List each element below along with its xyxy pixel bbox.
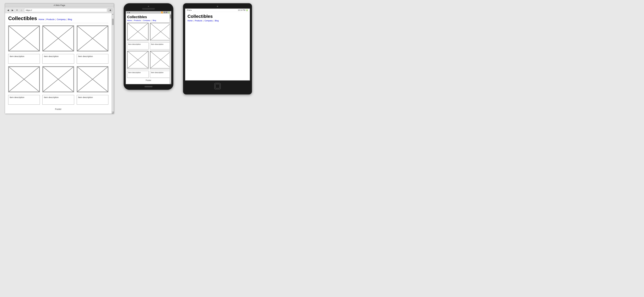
phone-signal-icon: ▲▲ [127,12,130,13]
item-desc-2: Item description [42,54,74,64]
product-card-6 [77,66,108,92]
product-card-3 [77,25,108,52]
nav-home[interactable]: Home [39,18,44,21]
svg-line-20 [113,113,114,113]
back-button[interactable]: ◀ [6,8,10,12]
site-title: Collectibles [8,16,37,21]
browser-mockup: A Web Page ◀ ▶ ✕ ⌂ ⊕ Collectibles Home |… [5,3,114,114]
tablet-nav-products[interactable]: Products [195,20,202,22]
home-button[interactable]: ⌂ [20,8,23,12]
site-header: Collectibles Home | Products | Company |… [8,16,108,23]
phone-status-bar: ▲▲ 📶 15:30 🔋 [126,11,171,14]
phone-nav-blog[interactable]: Blog [152,20,156,21]
tablet-status-left: iPad ▸ [187,9,192,11]
image-placeholder-5 [42,66,74,92]
phone-img-4 [150,51,171,69]
item-desc-5: Item description [42,95,74,105]
product-card-4 [8,66,40,92]
image-placeholder-3 [77,25,108,52]
tablet-nav-sep-3: | [214,20,214,22]
phone-img-1 [127,23,149,41]
phone-desc-1: Item description [127,43,149,50]
nav-products[interactable]: Products [46,18,54,21]
tablet-nav: Home | Products | Company | Blog [188,20,248,22]
tablet-home-inner [215,84,220,88]
product-card-1 [8,25,40,52]
tablet-screen: iPad ▸ 10:14 PM 🔋 Collectibles Home | Pr… [185,8,250,81]
phone-footer: Footer [127,78,170,83]
phone-img-3 [127,51,149,69]
item-desc-1: Item description [8,54,40,64]
nav-company[interactable]: Company [57,18,66,21]
tablet-nav-home[interactable]: Home [188,20,192,22]
webpage: Collectibles Home | Products | Company |… [5,13,112,114]
browser-scrollbar[interactable]: ▲ [112,13,114,114]
image-placeholder-1 [8,25,40,52]
phone-desc-4: Item description [150,71,171,78]
tablet-site-title: Collectibles [188,14,213,19]
image-placeholder-6 [77,66,108,92]
product-card-5 [42,66,74,92]
browser-title: A Web Page [54,4,65,7]
phone-outer: ▲▲ 📶 15:30 🔋 Collectibles Home | Product… [124,3,173,90]
scrollbar-corner [112,111,114,114]
tablet-mockup: iPad ▸ 10:14 PM 🔋 Collectibles Home | Pr… [183,3,252,95]
tablet-nav-blog[interactable]: Blog [215,20,219,22]
forward-button[interactable]: ▶ [11,8,14,12]
phone-home-button[interactable] [144,86,152,87]
phone-screen: ▲▲ 📶 15:30 🔋 Collectibles Home | Product… [126,11,172,84]
phone-mockup: ▲▲ 📶 15:30 🔋 Collectibles Home | Product… [124,3,173,90]
tablet-status-right: 10:14 PM 🔋 [238,9,248,11]
search-button[interactable]: ⊕ [108,8,112,12]
image-placeholder-2 [42,25,74,52]
phone-product-grid: Item description Item description [127,23,170,77]
phone-content: Collectibles Home | Products | Company |… [126,14,171,84]
scroll-up-arrow[interactable]: ▲ [112,13,114,16]
nav-sep-3: | [66,18,67,21]
tablet-nav-company[interactable]: Company [204,20,213,22]
phone-desc-3: Item description [127,71,149,78]
tablet-nav-sep-1: | [194,20,194,22]
phone-nav-company[interactable]: Company [143,20,150,21]
phone-site-title: Collectibles [127,15,147,19]
tablet-nav-sep-2: | [203,20,204,22]
scrollbar-thumb[interactable] [112,19,114,25]
browser-content: Collectibles Home | Products | Company |… [5,13,114,114]
tablet-home-button[interactable] [214,83,221,89]
phone-nav-products[interactable]: Products [134,20,141,21]
browser-toolbar: ◀ ▶ ✕ ⌂ ⊕ [5,7,114,13]
product-grid: Item description Item description Item d… [8,25,108,105]
phone-status-right: 📶 15:30 🔋 [161,12,170,13]
phone-desc-2: Item description [150,43,171,50]
phone-nav: Home | Products | Company | Blog [127,20,170,21]
phone-nav-sep-1: | [132,20,133,21]
tablet-camera [217,6,218,7]
item-desc-3: Item description [77,54,108,64]
phone-nav-sep-3: | [151,20,152,21]
nav-links: Home | Products | Company | Blog [39,18,72,21]
browser-titlebar: A Web Page [5,3,114,7]
phone-scrollbar-thumb[interactable] [170,15,171,19]
phone-nav-home[interactable]: Home [127,20,132,21]
phone-img-2 [150,23,171,41]
product-card-2 [42,25,74,52]
item-desc-6: Item description [77,95,108,105]
tablet-outer: iPad ▸ 10:14 PM 🔋 Collectibles Home | Pr… [183,3,252,95]
address-bar[interactable] [24,8,107,12]
tablet-content: Collectibles Home | Products | Company |… [185,12,250,24]
phone-camera [148,6,149,7]
stop-button[interactable]: ✕ [15,8,19,12]
item-desc-4: Item description [8,95,40,105]
phone-speaker [142,8,155,10]
nav-sep-1: | [45,18,46,21]
nav-sep-2: | [56,18,56,21]
phone-scrollbar[interactable]: ▼ [170,11,171,84]
image-placeholder-4 [8,66,40,92]
footer: Footer [8,108,108,110]
phone-nav-sep-2: | [142,20,142,21]
scroll-down-arrow[interactable]: ▼ [170,83,171,84]
tablet-status-bar: iPad ▸ 10:14 PM 🔋 [185,9,250,12]
nav-blog[interactable]: Blog [68,18,72,21]
